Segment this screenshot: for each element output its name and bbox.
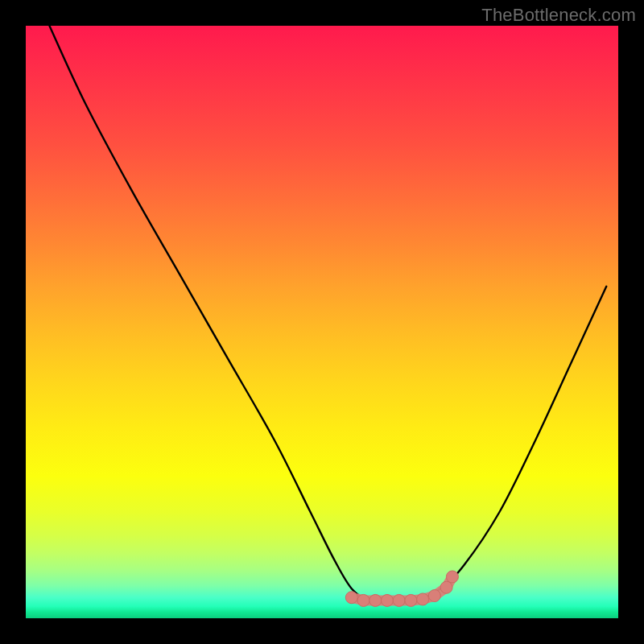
optimal-point-marker <box>357 594 369 606</box>
attribution-watermark: TheBottleneck.com <box>481 5 636 26</box>
optimal-point-marker <box>440 581 452 593</box>
optimal-point-marker <box>405 594 417 606</box>
optimal-point-marker <box>381 594 393 606</box>
optimal-point-marker <box>345 592 357 604</box>
optimal-point-marker <box>369 594 382 606</box>
curve-overlay <box>26 26 618 618</box>
bottleneck-curve <box>49 26 606 601</box>
optimal-point-marker <box>446 571 458 583</box>
optimal-point-marker <box>393 594 405 606</box>
optimal-point-marker <box>417 593 429 605</box>
optimal-point-marker <box>428 590 440 602</box>
plot-area <box>26 26 618 618</box>
chart-frame: TheBottleneck.com <box>0 0 644 644</box>
